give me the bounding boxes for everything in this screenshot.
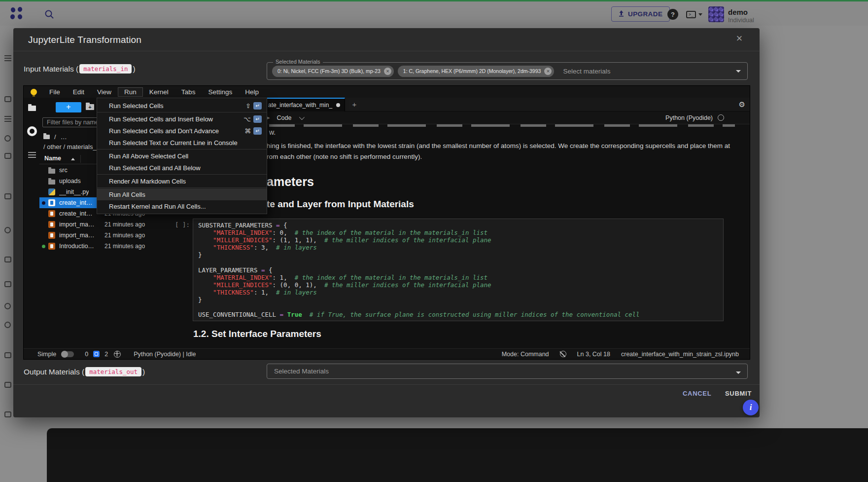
console-menu-button[interactable]: >_ bbox=[686, 10, 704, 19]
app-sidebar-icon bbox=[4, 382, 11, 388]
unsaved-dot-icon[interactable] bbox=[336, 103, 340, 107]
run-menu-item[interactable]: Run Selected Text or Current Line in Con… bbox=[97, 137, 267, 148]
menubar-item-kernel[interactable]: Kernel bbox=[143, 87, 175, 97]
notebook-tab[interactable]: ate_interface_with_min_ bbox=[263, 98, 345, 111]
running-kernels-tab-icon[interactable] bbox=[27, 126, 37, 136]
material-chip[interactable]: 0: Ni, Nickel, FCC (Fm-3m) 3D (Bulk), mp… bbox=[272, 66, 394, 77]
notebook-icon bbox=[48, 210, 55, 217]
run-menu-item[interactable]: Run Selected Cells and Insert Below⌥↵ bbox=[97, 113, 267, 125]
code-line: USE_CONVENTIONAL_CELL = True # if True, … bbox=[198, 311, 718, 318]
table-of-contents-tab-icon[interactable] bbox=[28, 152, 36, 158]
cursor-position[interactable]: Ln 3, Col 18 bbox=[577, 351, 610, 358]
modifier-key: ⌥ bbox=[243, 115, 251, 123]
upgrade-button[interactable]: UPGRADE bbox=[611, 6, 670, 22]
new-launcher-button[interactable]: + bbox=[56, 102, 81, 112]
menubar-item-run[interactable]: Run bbox=[118, 87, 143, 97]
avatar[interactable] bbox=[708, 6, 724, 22]
folder-icon bbox=[48, 180, 55, 185]
simple-mode-toggle[interactable] bbox=[61, 351, 74, 357]
info-fab-button[interactable]: i bbox=[743, 400, 759, 415]
app-sidebar-icon bbox=[4, 135, 11, 142]
notifications-off-icon[interactable] bbox=[560, 351, 566, 357]
cancel-button[interactable]: CANCEL bbox=[680, 388, 714, 399]
app-sidebar-icon bbox=[4, 411, 11, 417]
output-select-placeholder: Selected Materials bbox=[274, 368, 329, 375]
menubar-item-settings[interactable]: Settings bbox=[202, 87, 239, 97]
chip-remove-icon[interactable]: × bbox=[544, 68, 552, 75]
help-icon[interactable]: ? bbox=[667, 9, 678, 20]
search-icon[interactable] bbox=[44, 9, 54, 19]
close-icon[interactable]: × bbox=[733, 32, 746, 45]
statusbar-filename: create_interface_with_min_strain_zsl.ipy… bbox=[621, 351, 739, 358]
new-folder-icon[interactable]: + bbox=[86, 104, 94, 110]
run-menu-item[interactable]: Render All Markdown Cells bbox=[97, 175, 267, 187]
notebook-icon bbox=[48, 199, 55, 206]
run-menu-item-label: Run All Above Selected Cell bbox=[109, 152, 188, 160]
run-menu-item[interactable]: Run Selected Cells and Don't Advance⌘↵ bbox=[97, 125, 267, 137]
run-menu-group: Render All Markdown Cells bbox=[97, 174, 267, 187]
run-menu-item[interactable]: Run All Cells bbox=[97, 188, 267, 200]
file-name: create_int… bbox=[59, 210, 92, 217]
menubar-item-tabs[interactable]: Tabs bbox=[175, 87, 202, 97]
file-name: __init__.py bbox=[59, 188, 89, 195]
new-tab-button[interactable]: + bbox=[349, 100, 360, 110]
run-menu-item[interactable]: Restart Kernel and Run All Cells... bbox=[97, 200, 267, 212]
app-topbar: UPGRADE ? >_ demo Individual bbox=[0, 1, 868, 26]
run-menu-item[interactable]: Run All Above Selected Cell bbox=[97, 150, 267, 162]
run-menu-item[interactable]: Run Selected Cells⇧↵ bbox=[97, 100, 267, 111]
file-list-item[interactable]: Introductio…21 minutes ago bbox=[39, 241, 152, 252]
jlab-menubar: FileEditViewRunKernelTabsSettingsHelp bbox=[24, 86, 750, 98]
python-icon bbox=[48, 188, 55, 195]
file-browser-tab-icon[interactable] bbox=[28, 106, 36, 111]
run-menu-item-label: Run Selected Text or Current Line in Con… bbox=[109, 139, 238, 147]
file-list-item[interactable]: import_ma…21 minutes ago bbox=[39, 219, 152, 230]
kernel-status-icon[interactable] bbox=[718, 114, 724, 121]
terminals-count[interactable]: 0 bbox=[85, 351, 88, 358]
chip-remove-icon[interactable]: × bbox=[384, 68, 391, 75]
app-sidebar-icon bbox=[4, 55, 11, 61]
input-materials-select[interactable]: Selected Materials 0: Ni, Nickel, FCC (F… bbox=[267, 62, 748, 80]
file-name: Introductio… bbox=[59, 243, 94, 250]
app-sidebar-icon bbox=[4, 303, 11, 309]
jlab-statusbar: Simple 0 2 Python (Pyodide) | Idle Mode:… bbox=[24, 348, 750, 359]
code-line: LAYER_PARAMETERS = { bbox=[198, 266, 718, 274]
terminal-icon: >_ bbox=[686, 11, 696, 18]
kernel-name[interactable]: Python (Pyodide) bbox=[665, 114, 713, 121]
simple-mode-label: Simple bbox=[37, 351, 56, 358]
name-column-header[interactable]: Name bbox=[44, 155, 61, 162]
globe-icon[interactable] bbox=[114, 351, 121, 358]
code-line bbox=[198, 303, 718, 311]
kernels-count[interactable]: 2 bbox=[104, 351, 108, 358]
menubar-item-view[interactable]: View bbox=[91, 87, 118, 97]
cell-prompt: [ ]: bbox=[175, 221, 190, 228]
notebook-tab-title: ate_interface_with_min_ bbox=[268, 102, 332, 109]
code-line: } bbox=[198, 296, 718, 303]
submit-button[interactable]: SUBMIT bbox=[722, 388, 755, 399]
menubar-item-edit[interactable]: Edit bbox=[67, 87, 91, 97]
app-sidebar-icon bbox=[4, 227, 11, 233]
select-materials-placeholder: Select materials bbox=[563, 68, 610, 75]
breadcrumb[interactable]: / … bbox=[43, 133, 67, 141]
menubar-item-file[interactable]: File bbox=[43, 87, 67, 97]
kernel-status-text[interactable]: Python (Pyodide) | Idle bbox=[134, 351, 196, 358]
upgrade-label: UPGRADE bbox=[628, 10, 662, 18]
menubar-item-help[interactable]: Help bbox=[239, 87, 265, 97]
output-materials-select[interactable]: Selected Materials bbox=[267, 364, 748, 379]
material-chip[interactable]: 1: C, Graphene, HEX (P6/mmm) 2D (Monolay… bbox=[398, 66, 555, 77]
run-menu-item[interactable]: Run Selected Cell and All Below bbox=[97, 162, 267, 174]
gear-icon[interactable]: ⚙ bbox=[739, 101, 745, 109]
output-materials-label: Output Materials ( materials_out ) bbox=[24, 367, 145, 376]
file-name: import_ma… bbox=[59, 232, 95, 239]
code-line: "MATERIAL_INDEX": 0, # the index of the … bbox=[198, 229, 718, 236]
cell-type-dropdown[interactable]: Code bbox=[277, 114, 292, 121]
code-cell[interactable]: SUBSTRATE_PARAMETERS = { "MATERIAL_INDEX… bbox=[193, 219, 724, 321]
notebook-icon bbox=[48, 243, 55, 250]
run-cell-icon[interactable]: ▸ bbox=[267, 114, 270, 121]
file-name: uploads bbox=[59, 178, 81, 185]
divider bbox=[13, 384, 760, 385]
app-logo-icon[interactable] bbox=[10, 7, 24, 21]
jupyterlite-logo-icon bbox=[31, 89, 37, 95]
shortcut: ⇧↵ bbox=[245, 102, 262, 110]
file-list-item[interactable]: import_ma…21 minutes ago bbox=[39, 230, 152, 241]
file-name: src bbox=[59, 167, 68, 174]
